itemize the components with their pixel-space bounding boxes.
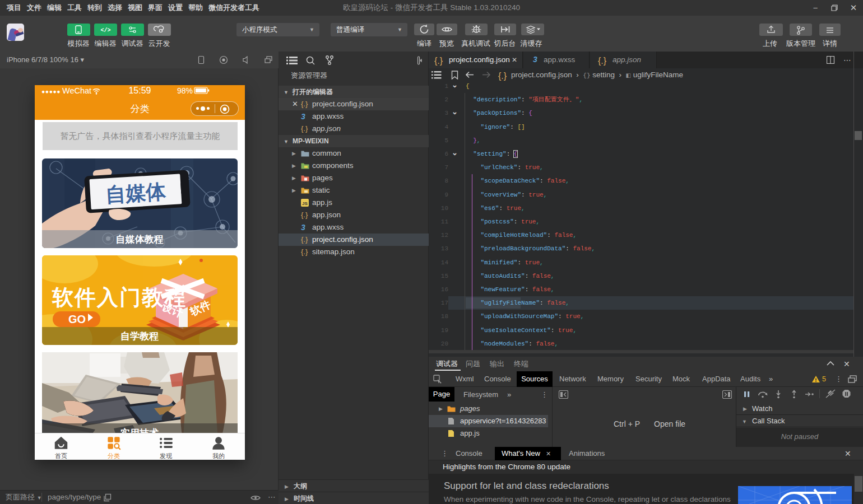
svg-text:GO: GO xyxy=(68,313,86,325)
svg-text:</>: </> xyxy=(100,27,110,34)
svg-text:自媒体: 自媒体 xyxy=(105,180,167,207)
svg-text:JS: JS xyxy=(302,201,308,206)
svg-text:自学教程: 自学教程 xyxy=(120,331,159,342)
svg-text:软件入门教程: 软件入门教程 xyxy=(52,286,187,309)
svg-text:自媒体教程: 自媒体教程 xyxy=(116,234,164,245)
